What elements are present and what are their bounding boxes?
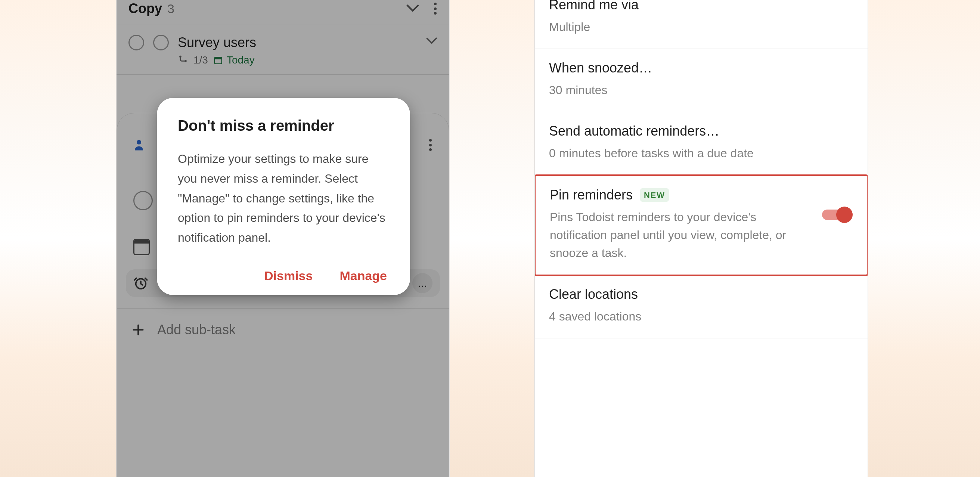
dialog-title: Don't miss a reminder xyxy=(178,117,389,134)
settings-list: Remind me via Multiple When snoozed… 30 … xyxy=(535,0,868,339)
pin-reminders-toggle[interactable] xyxy=(822,207,853,223)
setting-sub: Pins Todoist reminders to your device's … xyxy=(550,208,810,262)
pin-title-text: Pin reminders xyxy=(550,187,633,203)
switch-thumb xyxy=(836,207,853,223)
setting-when-snoozed[interactable]: When snoozed… 30 minutes xyxy=(535,49,868,112)
setting-pin-reminders[interactable]: Pin reminders NEW Pins Todoist reminders… xyxy=(534,175,868,276)
setting-sub: Multiple xyxy=(549,18,853,36)
dialog-body: Optimize your settings to make sure you … xyxy=(178,149,389,248)
setting-title: Clear locations xyxy=(549,286,853,302)
dialog-actions: Dismiss Manage xyxy=(178,269,389,283)
reminder-dialog: Don't miss a reminder Optimize your sett… xyxy=(157,98,410,295)
setting-title: When snoozed… xyxy=(549,60,853,76)
setting-clear-locations[interactable]: Clear locations 4 saved locations xyxy=(535,275,868,339)
manage-button[interactable]: Manage xyxy=(339,269,387,283)
phone-left: Copy 3 Survey users 1/3 xyxy=(116,0,450,477)
setting-title: Remind me via xyxy=(549,0,853,13)
new-badge: NEW xyxy=(640,188,669,202)
setting-title: Send automatic reminders… xyxy=(549,123,853,139)
setting-title: Pin reminders NEW xyxy=(550,187,810,203)
phone-right: Remind me via Multiple When snoozed… 30 … xyxy=(534,0,868,477)
setting-sub: 4 saved locations xyxy=(549,307,853,325)
setting-sub: 0 minutes before tasks with a due date xyxy=(549,144,853,162)
setting-remind-via[interactable]: Remind me via Multiple xyxy=(535,0,868,49)
setting-auto-reminders[interactable]: Send automatic reminders… 0 minutes befo… xyxy=(535,112,868,175)
setting-sub: 30 minutes xyxy=(549,81,853,99)
dismiss-button[interactable]: Dismiss xyxy=(264,269,313,283)
settings-blank-area xyxy=(535,339,868,477)
